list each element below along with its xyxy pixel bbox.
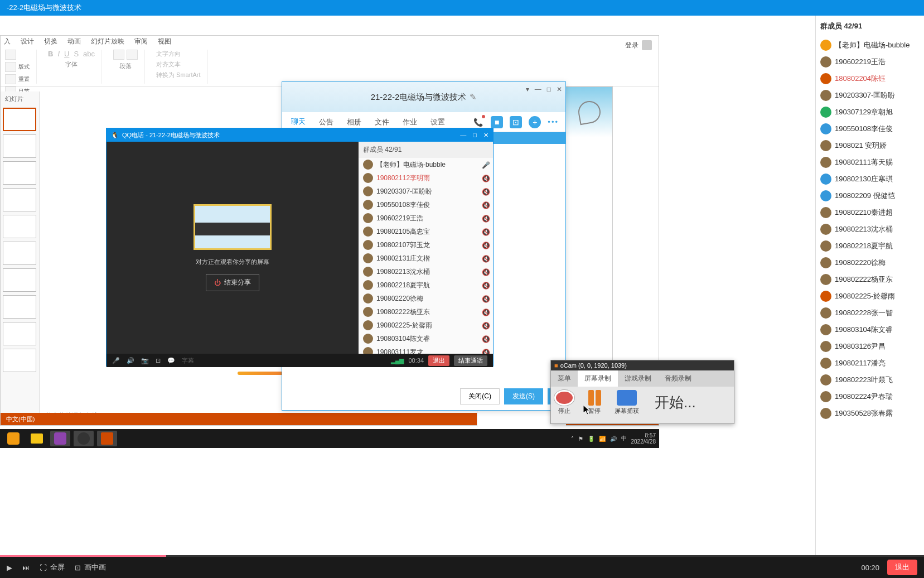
member-item[interactable]: 190802213沈水桶	[816, 221, 924, 238]
member-item[interactable]: 190802223叶燚飞	[816, 372, 924, 388]
slide-thumb[interactable]	[3, 188, 36, 211]
tray-wifi-icon[interactable]: 📶	[599, 436, 606, 442]
dropdown-icon[interactable]: ▾	[526, 85, 529, 93]
tray-ime[interactable]: 中	[621, 435, 627, 442]
mic-muted-icon[interactable]: 🎤	[112, 357, 120, 364]
slide-thumb[interactable]	[3, 134, 36, 158]
call-member-item[interactable]: 190802131庄文楷🔇	[359, 252, 493, 265]
minimize-icon[interactable]: —	[535, 85, 541, 93]
member-item[interactable]: 190803126尹昌	[816, 338, 924, 355]
slide-thumb[interactable]	[3, 242, 36, 265]
chat-icon[interactable]: 💬	[167, 357, 175, 364]
tray-volume-icon[interactable]: 🔊	[610, 436, 617, 442]
member-item[interactable]: 190602219王浩	[816, 54, 924, 70]
call-member-item[interactable]: 190203307-匡盼盼🔇	[359, 185, 493, 198]
taskbar-app[interactable]	[50, 431, 70, 446]
member-item[interactable]: 190550108李佳俊	[816, 121, 924, 137]
tray-icon[interactable]: ⚑	[578, 436, 583, 442]
tray-battery-icon[interactable]: 🔋	[588, 436, 594, 442]
phone-icon[interactable]: 📞	[472, 116, 484, 128]
maximize-icon[interactable]: □	[473, 132, 477, 139]
ocam-tab-game[interactable]: 游戏录制	[618, 370, 658, 387]
call-member-item[interactable]: 190802220徐梅🔇	[359, 292, 493, 305]
edit-icon[interactable]: ✎	[470, 92, 477, 102]
ocam-tab-screen[interactable]: 屏幕录制	[578, 370, 618, 387]
end-call-button[interactable]: 结束通话	[454, 355, 487, 366]
slide-thumb[interactable]	[3, 268, 36, 292]
player-exit-button[interactable]: 退出	[887, 560, 917, 575]
member-item[interactable]: 190802224尹春瑞	[816, 388, 924, 405]
ppt-tab[interactable]: 入	[4, 37, 11, 46]
more-icon[interactable]: •••	[548, 118, 559, 126]
play-pause-button[interactable]: ▶	[7, 563, 12, 572]
send-button[interactable]: 发送(S)	[504, 388, 543, 404]
taskbar-qq[interactable]	[74, 431, 94, 446]
lang-indicator[interactable]: 中文(中国)	[6, 415, 35, 423]
tray-chevron-icon[interactable]: ˄	[571, 436, 574, 442]
ppt-tab[interactable]: 动画	[67, 37, 81, 46]
fullscreen-button[interactable]: ⛶全屏	[40, 562, 65, 572]
call-member-item[interactable]: 190802107郭玉龙🔇	[359, 238, 493, 252]
close-icon[interactable]: ✕	[557, 85, 562, 93]
close-icon[interactable]: ✕	[483, 132, 488, 139]
login-label[interactable]: 登录	[625, 41, 638, 50]
taskbar-explorer[interactable]	[27, 431, 47, 446]
member-item[interactable]: 190802117潘亮	[816, 355, 924, 372]
layout-icon[interactable]	[5, 62, 16, 72]
call-member-item[interactable]: 190802222杨亚东🔇	[359, 305, 493, 319]
qq-window-controls[interactable]: ▾ — □ ✕	[526, 85, 562, 93]
ocam-tabs[interactable]: 菜单 屏幕录制 游戏录制 音频录制	[551, 370, 734, 387]
text-direction[interactable]: 文字方向	[156, 50, 200, 58]
add-icon[interactable]: +	[529, 116, 541, 128]
member-item[interactable]: 190802220徐梅	[816, 254, 924, 271]
video-icon[interactable]: ■	[491, 116, 503, 128]
slide-thumb[interactable]	[3, 108, 36, 131]
tray-clock[interactable]: 8:57 2022/4/28	[631, 432, 656, 445]
maximize-icon[interactable]: □	[547, 85, 551, 93]
member-item[interactable]: 1908021 安玥娇	[816, 137, 924, 154]
system-tray[interactable]: ˄ ⚑ 🔋 📶 🔊 中 8:57 2022/4/28	[571, 432, 656, 445]
members-list[interactable]: 【老师】电磁场-bubble190602219王浩180802204陈钰1902…	[816, 37, 924, 578]
slide-thumb[interactable]	[3, 215, 36, 238]
minimize-icon[interactable]: —	[460, 132, 466, 139]
slide-thumb[interactable]	[3, 295, 36, 319]
member-item[interactable]: 190802228张一智	[816, 305, 924, 321]
call-members-panel[interactable]: 群成员 42/91 【老师】电磁场-bubble🎤190802112李明雨🔇19…	[358, 142, 493, 354]
call-member-item[interactable]: 190802112李明雨🔇	[359, 171, 493, 185]
paste-icon[interactable]	[5, 50, 16, 60]
slide-thumb[interactable]	[3, 161, 36, 185]
end-share-button[interactable]: ⏻ 结束分享	[206, 274, 259, 291]
ppt-tab[interactable]: 幻灯片放映	[91, 37, 124, 46]
ppt-tab[interactable]: 设计	[21, 37, 34, 46]
screen-icon[interactable]: ⊡	[156, 357, 161, 364]
screen-share-preview[interactable]	[193, 204, 272, 250]
call-member-item[interactable]: 190803104陈文睿🔇	[359, 332, 493, 345]
member-item[interactable]: 190802225-於馨雨	[816, 288, 924, 305]
slide-thumb[interactable]	[3, 322, 36, 345]
ppt-tab[interactable]: 视图	[158, 37, 171, 46]
member-item[interactable]: 【老师】电磁场-bubble	[816, 37, 924, 54]
member-item[interactable]: 190350528张春露	[816, 405, 924, 422]
ocam-capture-button[interactable]: 屏幕捕获	[615, 390, 639, 415]
member-item[interactable]: 190802209 倪健恺	[816, 187, 924, 204]
ppt-ribbon-tabs[interactable]: 入 设计 切换 动画 幻灯片放映 审阅 视图	[1, 36, 659, 47]
reset-icon[interactable]	[5, 74, 16, 84]
call-window-controls[interactable]: — □ ✕	[460, 132, 488, 139]
numbering-icon[interactable]	[127, 50, 138, 60]
call-member-item[interactable]: 190802105高忠宝🔇	[359, 225, 493, 238]
taskbar-powerpoint[interactable]	[97, 431, 117, 446]
ocam-tab-menu[interactable]: 菜单	[551, 370, 578, 387]
align-text[interactable]: 对齐文本	[156, 60, 200, 69]
speaker-icon[interactable]: 🔊	[127, 357, 134, 364]
call-member-item[interactable]: 190803111罗龙🔇	[359, 345, 493, 354]
call-member-item[interactable]: 190802225-於馨雨🔇	[359, 319, 493, 332]
exit-button[interactable]: 退出	[428, 355, 449, 366]
member-item[interactable]: 190802218夏宇航	[816, 238, 924, 254]
ppt-tab[interactable]: 审阅	[134, 37, 148, 46]
share-screen-icon[interactable]: ⊡	[510, 116, 522, 128]
next-button[interactable]: ⏭	[22, 563, 30, 572]
member-item[interactable]: 190307129章朝旭	[816, 104, 924, 121]
call-member-item[interactable]: 190602219王浩🔇	[359, 211, 493, 225]
ppt-tab[interactable]: 切换	[44, 37, 57, 46]
call-member-item[interactable]: 190802213沈水桶🔇	[359, 265, 493, 278]
